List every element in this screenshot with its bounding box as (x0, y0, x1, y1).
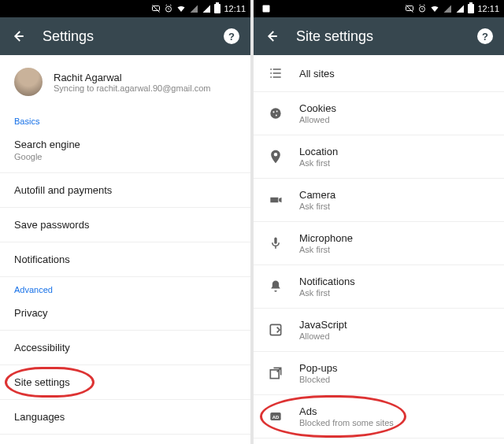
battery-icon (214, 4, 220, 13)
alarm-icon (417, 4, 427, 13)
svg-point-10 (276, 115, 277, 117)
alarm-icon (164, 4, 173, 13)
javascript-icon (268, 322, 284, 338)
back-icon[interactable] (11, 29, 25, 43)
list-icon (268, 65, 284, 81)
row-privacy[interactable]: Privacy (0, 296, 250, 331)
row-background-sync[interactable]: Background syncAllowed (254, 438, 504, 444)
row-camera[interactable]: CameraAsk first (254, 179, 504, 222)
image-icon (261, 4, 271, 13)
row-accessibility[interactable]: Accessibility (0, 331, 250, 365)
section-basics: Basics (0, 109, 250, 128)
bell-icon (268, 279, 284, 294)
cookie-icon (268, 105, 284, 121)
row-notifications[interactable]: Notifications (0, 242, 250, 277)
row-location[interactable]: LocationAsk first (254, 135, 504, 179)
wifi-icon (430, 4, 439, 13)
svg-text:AD: AD (272, 415, 279, 420)
row-all-sites[interactable]: All sites (254, 55, 504, 92)
back-icon[interactable] (265, 29, 279, 43)
row-microphone[interactable]: MicrophoneAsk first (254, 222, 504, 265)
popup-icon (268, 365, 284, 381)
row-cookies[interactable]: CookiesAllowed (254, 92, 504, 135)
help-icon[interactable]: ? (224, 28, 239, 44)
svg-point-9 (276, 111, 278, 113)
row-ads[interactable]: AD AdsBlocked from some sites (254, 395, 504, 438)
ads-icon: AD (268, 409, 284, 424)
no-sim-icon (443, 4, 452, 13)
wifi-icon (176, 4, 186, 13)
page-title: Site settings (296, 28, 460, 45)
row-languages[interactable]: Languages (0, 400, 250, 435)
app-bar: Site settings ? (254, 17, 504, 55)
screen-settings: 12:11 Settings ? Rachit Agarwal Syncing … (0, 0, 250, 444)
profile-name: Rachit Agarwal (54, 72, 210, 83)
page-title: Settings (43, 28, 206, 45)
status-bar: 12:11 (0, 0, 250, 17)
clock: 12:11 (224, 4, 246, 13)
mic-icon (268, 235, 284, 251)
row-autofill[interactable]: Autofill and payments (0, 173, 250, 208)
row-search-engine[interactable]: Search engine Google (0, 128, 250, 173)
camera-icon (268, 192, 284, 208)
svg-point-7 (270, 108, 280, 118)
svg-rect-11 (274, 238, 276, 244)
location-icon (268, 149, 284, 165)
row-site-settings[interactable]: Site settings (0, 365, 250, 400)
profile-sub: Syncing to rachit.agarwal.90@gmail.com (54, 83, 210, 93)
section-advanced: Advanced (0, 277, 250, 296)
svg-rect-3 (263, 6, 270, 13)
row-data-saver[interactable]: Data Saver 1% data savings (0, 435, 250, 444)
battery-icon (468, 4, 474, 13)
no-cast-icon (151, 4, 161, 13)
help-icon[interactable]: ? (477, 28, 493, 44)
row-javascript[interactable]: JavaScriptAllowed (254, 309, 504, 352)
screen-site-settings: 12:11 Site settings ? All sites CookiesA… (254, 0, 504, 444)
row-popups[interactable]: Pop-upsBlocked (254, 352, 504, 395)
status-bar: 12:11 (254, 0, 504, 17)
profile-row[interactable]: Rachit Agarwal Syncing to rachit.agarwal… (0, 55, 250, 109)
svg-point-8 (272, 111, 274, 113)
no-sim-icon (189, 4, 198, 13)
signal-icon (202, 4, 211, 13)
avatar (14, 68, 43, 96)
row-save-passwords[interactable]: Save passwords (0, 208, 250, 242)
signal-icon (455, 4, 465, 13)
no-cast-icon (405, 4, 414, 13)
app-bar: Settings ? (0, 17, 250, 55)
row-notifications[interactable]: NotificationsAsk first (254, 265, 504, 309)
clock: 12:11 (477, 4, 499, 13)
svg-rect-14 (270, 413, 280, 420)
